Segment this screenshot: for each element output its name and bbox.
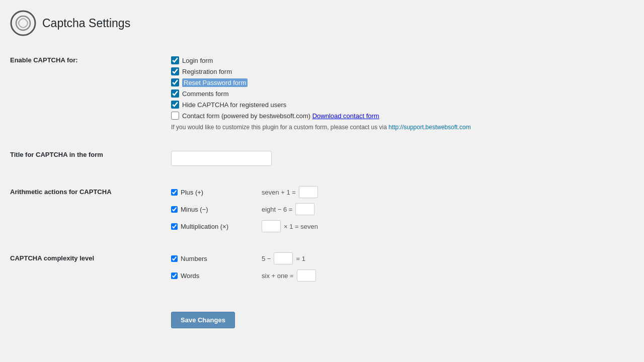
svg-point-0 — [11, 11, 35, 35]
captcha-logo-icon — [10, 10, 36, 36]
checkbox-comments-label[interactable]: Comments form — [182, 90, 228, 98]
plus-answer-input[interactable] — [299, 186, 318, 198]
checkbox-login-input[interactable] — [171, 56, 179, 64]
words-preview-text: six + one = — [262, 272, 294, 280]
checkbox-hide-captcha: Hide CAPTCHA for registered users — [171, 101, 634, 109]
checkbox-hide-input[interactable] — [171, 101, 179, 109]
complexity-words-row: Words six + one = — [171, 269, 634, 282]
spacer-row-1 — [10, 136, 634, 146]
custom-form-note: If you would like to customize this plug… — [171, 124, 523, 131]
page-title: Captcha Settings — [42, 17, 130, 30]
arithmetic-options: Plus (+) seven + 1 = Minus (−) eight − 6… — [171, 181, 634, 237]
title-captcha-label: Title for CAPTCHA in the form — [10, 146, 171, 171]
settings-table: Enable CAPTCHA for: Login form Registrat… — [10, 51, 634, 333]
checkbox-numbers-label[interactable]: Numbers — [181, 255, 207, 262]
support-link[interactable]: http://support.bestwebsoft.com — [388, 124, 470, 131]
plus-preview-text: seven + 1 = — [262, 189, 296, 196]
mult-preview-text: × 1 = seven — [284, 223, 318, 230]
numbers-preview-after: = 1 — [296, 255, 305, 262]
arithmetic-plus-row: Plus (+) seven + 1 = — [171, 186, 634, 198]
checkbox-registration-label[interactable]: Registration form — [182, 68, 232, 75]
spacer-row-3 — [10, 237, 634, 247]
plus-preview: seven + 1 = — [262, 186, 318, 198]
arithmetic-minus-check: Minus (−) — [171, 206, 252, 213]
numbers-answer-input[interactable] — [274, 252, 293, 264]
spacer-row-2 — [10, 171, 634, 181]
arithmetic-label: Arithmetic actions for CAPTCHA — [10, 181, 171, 237]
checkbox-mult-label[interactable]: Multiplication (×) — [181, 223, 228, 230]
download-contact-link[interactable]: Download contact form — [312, 112, 379, 120]
arithmetic-section: Plus (+) seven + 1 = Minus (−) eight − 6… — [171, 186, 634, 232]
checkbox-plus-input[interactable] — [171, 189, 178, 196]
enable-captcha-options: Login form Registration form Reset Passw… — [171, 51, 634, 136]
contact-suffix: (powered by bestwebsoft.com) — [221, 112, 310, 120]
arithmetic-row: Arithmetic actions for CAPTCHA Plus (+) … — [10, 181, 634, 237]
checkbox-reset-label[interactable]: Reset Password form — [182, 79, 248, 86]
checkbox-minus-input[interactable] — [171, 206, 178, 213]
title-captcha-row: Title for CAPTCHA in the form — [10, 146, 634, 171]
spacer-row-4 — [10, 287, 634, 297]
checkbox-contact-input[interactable] — [171, 112, 179, 120]
complexity-numbers-check: Numbers — [171, 255, 252, 262]
checkbox-registration: Registration form — [171, 67, 634, 75]
words-preview: six + one = — [262, 269, 316, 282]
reset-password-highlight: Reset Password form — [182, 78, 248, 87]
numbers-preview-before: 5 − — [262, 255, 271, 262]
checkbox-comments: Comments form — [171, 89, 634, 98]
minus-preview-text: eight − 6 = — [262, 206, 292, 213]
minus-answer-input[interactable] — [295, 203, 314, 215]
checkbox-numbers-input[interactable] — [171, 255, 178, 262]
complexity-numbers-row: Numbers 5 − = 1 — [171, 252, 634, 264]
checkbox-minus-label[interactable]: Minus (−) — [181, 206, 208, 213]
checkbox-plus-label[interactable]: Plus (+) — [181, 189, 203, 196]
title-captcha-input-cell — [171, 146, 634, 171]
checkbox-registration-input[interactable] — [171, 67, 179, 75]
complexity-label: CAPTCHA complexity level — [10, 247, 171, 287]
checkbox-login-label[interactable]: Login form — [182, 57, 213, 64]
checkbox-reset-password: Reset Password form — [171, 78, 634, 86]
complexity-row-outer: CAPTCHA complexity level Numbers 5 − = 1 — [10, 247, 634, 287]
save-row: Save Changes — [10, 297, 634, 333]
save-button-cell: Save Changes — [171, 297, 634, 333]
arithmetic-mult-row: Multiplication (×) × 1 = seven — [171, 220, 634, 232]
arithmetic-plus-check: Plus (+) — [171, 189, 252, 196]
minus-preview: eight − 6 = — [262, 203, 314, 215]
enable-captcha-row: Enable CAPTCHA for: Login form Registrat… — [10, 51, 634, 136]
mult-answer-input[interactable] — [262, 220, 281, 232]
complexity-words-check: Words — [171, 272, 252, 280]
page-header: Captcha Settings — [10, 10, 634, 36]
checkbox-words-input[interactable] — [171, 273, 178, 279]
title-captcha-input[interactable] — [171, 151, 272, 166]
mult-preview: × 1 = seven — [262, 220, 318, 232]
arithmetic-minus-row: Minus (−) eight − 6 = — [171, 203, 634, 215]
numbers-preview: 5 − = 1 — [262, 252, 305, 264]
arithmetic-mult-check: Multiplication (×) — [171, 223, 252, 230]
complexity-options: Numbers 5 − = 1 Words six + one = — [171, 247, 634, 287]
checkbox-reset-input[interactable] — [171, 78, 179, 86]
enable-captcha-label: Enable CAPTCHA for: — [10, 51, 171, 136]
complexity-section: Numbers 5 − = 1 Words six + one = — [171, 252, 634, 282]
checkbox-mult-input[interactable] — [171, 223, 178, 230]
save-changes-button[interactable]: Save Changes — [171, 312, 235, 328]
checkbox-comments-input[interactable] — [171, 89, 179, 98]
save-empty-cell — [10, 297, 171, 333]
checkbox-contact: Contact form (powered by bestwebsoft.com… — [171, 112, 634, 120]
checkbox-contact-label[interactable]: Contact form (powered by bestwebsoft.com… — [182, 112, 379, 120]
checkbox-login: Login form — [171, 56, 634, 64]
checkbox-words-label[interactable]: Words — [181, 272, 199, 280]
words-answer-input[interactable] — [297, 269, 316, 282]
checkbox-hide-label[interactable]: Hide CAPTCHA for registered users — [182, 101, 286, 109]
